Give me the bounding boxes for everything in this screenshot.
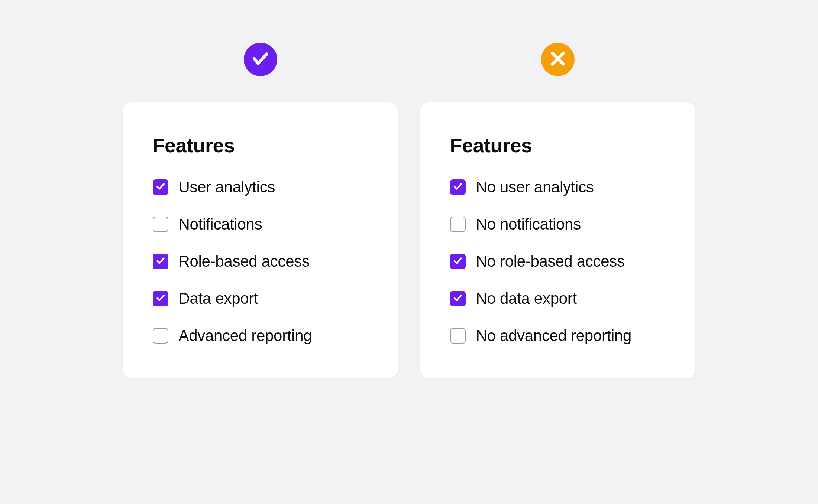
feature-item: No user analytics	[450, 178, 666, 196]
feature-checkbox[interactable]	[450, 291, 466, 306]
feature-item: Advanced reporting	[153, 327, 368, 345]
feature-checkbox[interactable]	[450, 254, 466, 269]
bad-card: Features No user analyticsNo notificatio…	[420, 102, 695, 378]
good-card-title: Features	[153, 134, 368, 157]
check-icon	[453, 182, 463, 193]
feature-item: User analytics	[153, 178, 368, 196]
check-icon	[453, 256, 463, 267]
feature-label: Data export	[179, 290, 258, 308]
check-icon	[156, 182, 165, 193]
bad-badge	[541, 43, 575, 76]
feature-checkbox[interactable]	[450, 179, 466, 195]
feature-label: No user analytics	[476, 178, 594, 196]
feature-item: No data export	[450, 290, 666, 308]
good-column: Features User analyticsNotificationsRole…	[123, 43, 398, 378]
feature-label: Role-based access	[179, 253, 310, 270]
feature-label: No role-based access	[476, 253, 625, 270]
check-icon	[156, 256, 165, 267]
feature-label: User analytics	[179, 178, 275, 196]
feature-label: No data export	[476, 290, 577, 308]
feature-label: No notifications	[476, 215, 581, 233]
bad-column: Features No user analyticsNo notificatio…	[420, 43, 695, 378]
feature-label: Advanced reporting	[179, 327, 312, 345]
feature-checkbox[interactable]	[153, 291, 168, 306]
cross-icon	[549, 49, 567, 69]
feature-item: No advanced reporting	[450, 327, 666, 345]
good-feature-list: User analyticsNotificationsRole-based ac…	[153, 178, 368, 345]
feature-label: Notifications	[179, 215, 262, 233]
feature-checkbox[interactable]	[153, 179, 168, 195]
feature-item: Data export	[153, 290, 368, 308]
feature-checkbox[interactable]	[153, 254, 168, 269]
check-icon	[156, 293, 165, 304]
feature-checkbox[interactable]	[450, 217, 466, 232]
check-icon	[453, 293, 463, 304]
feature-checkbox[interactable]	[153, 328, 168, 344]
bad-feature-list: No user analyticsNo notificationsNo role…	[450, 178, 666, 345]
good-card: Features User analyticsNotificationsRole…	[123, 102, 398, 378]
check-icon	[251, 49, 270, 69]
feature-item: No notifications	[450, 215, 666, 233]
feature-checkbox[interactable]	[450, 328, 466, 344]
comparison-container: Features User analyticsNotificationsRole…	[123, 43, 695, 378]
feature-checkbox[interactable]	[153, 217, 168, 232]
feature-item: Role-based access	[153, 253, 368, 270]
bad-card-title: Features	[450, 134, 666, 157]
feature-label: No advanced reporting	[476, 327, 632, 345]
feature-item: No role-based access	[450, 253, 666, 270]
feature-item: Notifications	[153, 215, 368, 233]
good-badge	[244, 43, 277, 76]
